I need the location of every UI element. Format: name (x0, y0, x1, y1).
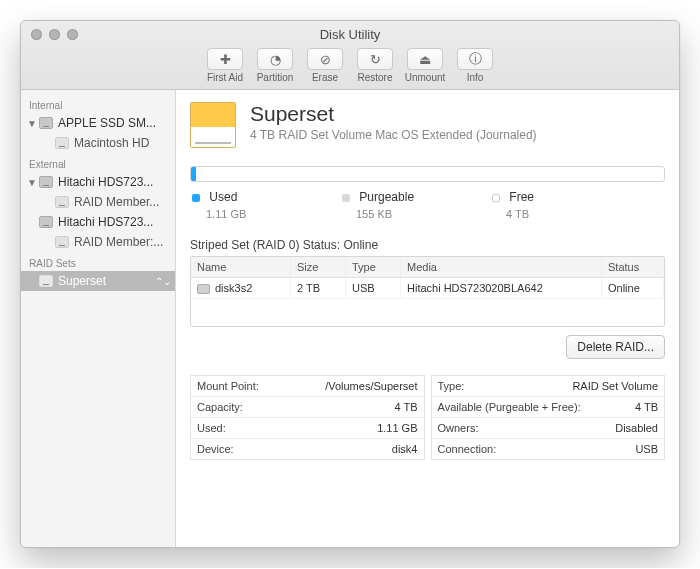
toolbar-partition[interactable]: ◔ Partition (250, 48, 300, 83)
sidebar-item-superset[interactable]: Superset ⌃⌄ (21, 271, 175, 291)
partition-icon: ◔ (270, 52, 281, 67)
unmount-icon: ⏏ (419, 52, 431, 67)
volume-info: Mount Point:/Volumes/Superset Capacity:4… (190, 375, 665, 460)
legend-free: Free 4 TB (492, 190, 602, 220)
drive-icon (197, 284, 210, 294)
raid-members-table: Name Size Type Media Status disk3s2 2 TB… (190, 256, 665, 327)
chevron-down-icon[interactable]: ▼ (27, 118, 37, 129)
usage-legend: Used 1.11 GB Purgeable 155 KB Free 4 TB (190, 188, 665, 234)
volume-icon (55, 236, 69, 248)
volume-icon (55, 137, 69, 149)
volume-subtitle: 4 TB RAID Set Volume Mac OS Extended (Jo… (250, 128, 537, 142)
sidebar-section-internal: Internal (21, 94, 175, 113)
info-icon: ⓘ (469, 50, 482, 68)
toolbar-info[interactable]: ⓘ Info (450, 48, 500, 83)
window-title: Disk Utility (21, 25, 679, 48)
titlebar: Disk Utility ✚ First Aid ◔ Partition ⊘ E… (21, 21, 679, 90)
first-aid-icon: ✚ (220, 52, 231, 67)
toolbar-unmount[interactable]: ⏏ Unmount (400, 48, 450, 83)
sidebar-section-external: External (21, 153, 175, 172)
toolbar-erase[interactable]: ⊘ Erase (300, 48, 350, 83)
table-filler (191, 298, 664, 326)
sidebar-item-apple-ssd[interactable]: ▼ APPLE SSD SM... (21, 113, 175, 133)
usage-used-segment (191, 167, 196, 181)
main-content: Superset 4 TB RAID Set Volume Mac OS Ext… (176, 90, 679, 547)
sidebar: Internal ▼ APPLE SSD SM... Macintosh HD … (21, 90, 176, 547)
chevron-up-down-icon[interactable]: ⌃⌄ (155, 276, 171, 287)
info-left: Mount Point:/Volumes/Superset Capacity:4… (190, 375, 425, 460)
toolbar-restore[interactable]: ↻ Restore (350, 48, 400, 83)
volume-icon (39, 275, 53, 287)
toolbar-first-aid[interactable]: ✚ First Aid (200, 48, 250, 83)
minimize-icon[interactable] (49, 29, 60, 40)
window-controls (31, 29, 78, 40)
legend-purgeable: Purgeable 155 KB (342, 190, 452, 220)
volume-header: Superset 4 TB RAID Set Volume Mac OS Ext… (190, 102, 665, 148)
sidebar-item-hitachi-2[interactable]: Hitachi HDS723... (21, 212, 175, 232)
dot-icon (492, 194, 500, 202)
close-icon[interactable] (31, 29, 42, 40)
drive-icon (39, 216, 53, 228)
raid-status-heading: Striped Set (RAID 0) Status: Online (190, 238, 665, 252)
usage-bar (190, 166, 665, 182)
sidebar-item-macintosh-hd[interactable]: Macintosh HD (21, 133, 175, 153)
drive-icon (39, 176, 53, 188)
erase-icon: ⊘ (320, 52, 331, 67)
sidebar-item-raid-member-2[interactable]: RAID Member:... (21, 232, 175, 252)
chevron-down-icon[interactable]: ▼ (27, 177, 37, 188)
restore-icon: ↻ (370, 52, 381, 67)
legend-used: Used 1.11 GB (192, 190, 302, 220)
dot-icon (342, 194, 350, 202)
disk-utility-window: Disk Utility ✚ First Aid ◔ Partition ⊘ E… (20, 20, 680, 548)
external-volume-icon (190, 102, 236, 148)
zoom-icon[interactable] (67, 29, 78, 40)
volume-name: Superset (250, 102, 537, 126)
table-row[interactable]: disk3s2 2 TB USB Hitachi HDS723020BLA642… (191, 278, 664, 298)
sidebar-item-raid-member-1[interactable]: RAID Member... (21, 192, 175, 212)
toolbar: ✚ First Aid ◔ Partition ⊘ Erase ↻ Restor… (21, 48, 679, 87)
drive-icon (39, 117, 53, 129)
sidebar-section-raid-sets: RAID Sets (21, 252, 175, 271)
delete-raid-button[interactable]: Delete RAID... (566, 335, 665, 359)
volume-icon (55, 196, 69, 208)
table-header: Name Size Type Media Status (191, 257, 664, 278)
sidebar-item-hitachi-1[interactable]: ▼ Hitachi HDS723... (21, 172, 175, 192)
info-right: Type:RAID Set Volume Available (Purgeabl… (431, 375, 666, 460)
dot-icon (192, 194, 200, 202)
